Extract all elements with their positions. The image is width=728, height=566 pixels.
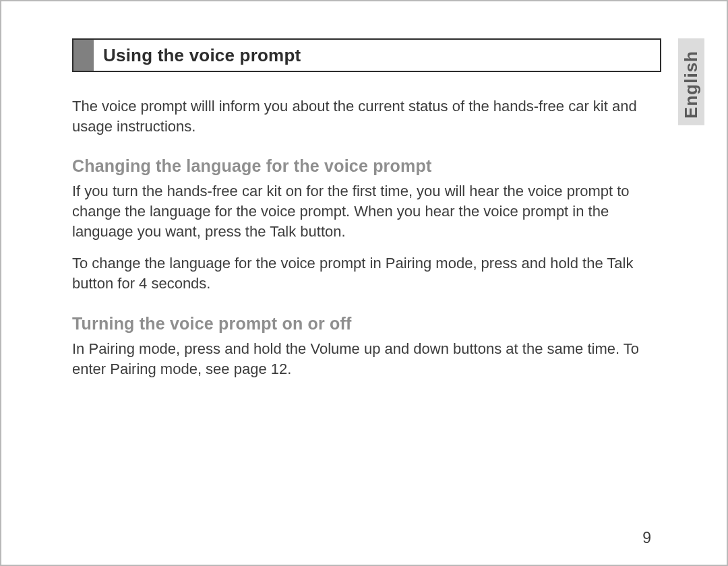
manual-page: Using the voice prompt The voice prompt … bbox=[0, 0, 728, 566]
page-number: 9 bbox=[642, 529, 651, 547]
section-header-tab bbox=[73, 40, 94, 71]
section-title: Using the voice prompt bbox=[94, 40, 301, 71]
language-tab: English bbox=[678, 38, 704, 125]
paragraph: If you turn the hands-free car kit on fo… bbox=[72, 181, 659, 241]
paragraph: To change the language for the voice pro… bbox=[72, 253, 659, 293]
paragraph: In Pairing mode, press and hold the Volu… bbox=[72, 339, 659, 379]
section-header: Using the voice prompt bbox=[72, 38, 661, 72]
subheading-toggle-voice-prompt: Turning the voice prompt on or off bbox=[72, 314, 656, 334]
intro-paragraph: The voice prompt willl inform you about … bbox=[72, 96, 659, 136]
subheading-change-language: Changing the language for the voice prom… bbox=[72, 156, 656, 176]
